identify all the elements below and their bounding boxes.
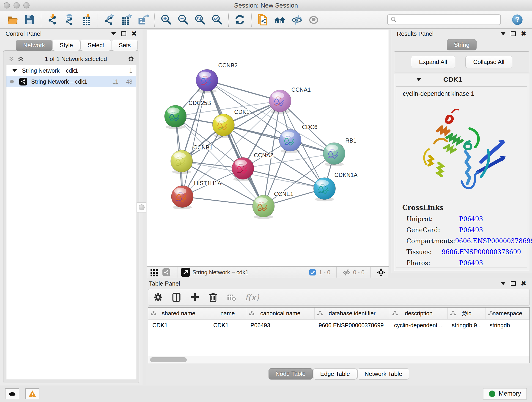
tab-edge-table[interactable]: Edge Table — [313, 368, 357, 380]
collapse-all-button[interactable]: Collapse All — [465, 56, 513, 68]
zoom-selected-button[interactable] — [210, 12, 224, 27]
tab-string-results[interactable]: String — [447, 39, 476, 51]
open-session-button[interactable] — [5, 12, 20, 27]
collection-expand-icon[interactable] — [12, 69, 17, 72]
float-panel-icon[interactable] — [121, 31, 126, 36]
column-header-canonical-name[interactable]: canonical name — [246, 307, 315, 319]
cell-id[interactable]: stringdb:9... — [448, 319, 486, 331]
import-network-from-file-button[interactable] — [45, 12, 60, 27]
cell-name[interactable]: CDK1 — [209, 319, 246, 331]
network-options-gear-icon[interactable] — [128, 56, 134, 62]
tab-network-table[interactable]: Network Table — [357, 368, 409, 380]
column-header-name[interactable]: name — [209, 307, 246, 319]
horizontal-scrollbar[interactable] — [148, 356, 530, 363]
crosslink-genecard-link[interactable]: P06493 — [459, 226, 483, 234]
scrollbar-thumb[interactable] — [150, 357, 187, 362]
crosslink-uniprot-link[interactable]: P06493 — [459, 216, 483, 223]
close-panel-icon[interactable]: ✖ — [521, 281, 526, 286]
zoom-out-button[interactable] — [176, 12, 190, 27]
search-input[interactable] — [387, 14, 501, 25]
birdseye-view-icon[interactable] — [377, 268, 385, 277]
crosslink-compartments-link[interactable]: 9606.ENSP00000378699 — [455, 237, 532, 245]
detach-view-icon[interactable] — [181, 268, 190, 277]
zoom-window-button[interactable] — [23, 2, 30, 8]
warnings-button[interactable] — [25, 388, 39, 399]
collapse-panel-icon[interactable] — [500, 32, 506, 35]
network-node-HIST1H1A[interactable]: HIST1H1A — [171, 180, 221, 210]
expand-all-networks-icon[interactable] — [18, 56, 24, 62]
network-node-CDC6[interactable]: CDC6 — [279, 124, 317, 153]
minimize-window-button[interactable] — [13, 2, 20, 8]
tab-network[interactable]: Network — [16, 40, 52, 51]
cell-namespace[interactable]: stringdb — [486, 319, 530, 331]
column-header-namespace[interactable]: namespace — [486, 307, 530, 319]
collapse-panel-icon[interactable] — [500, 282, 506, 285]
export-network-button[interactable] — [102, 12, 117, 27]
network-node-CDKN1A[interactable]: CDKN1A — [314, 172, 358, 201]
zoom-in-button[interactable] — [159, 12, 173, 27]
refresh-button[interactable] — [233, 12, 247, 27]
network-collection-row[interactable]: String Network – cdk1 1 — [6, 65, 136, 76]
left-splitter-grip[interactable] — [137, 202, 147, 212]
tab-select[interactable]: Select — [80, 40, 111, 51]
column-header-description[interactable]: description — [390, 307, 448, 319]
network-edge[interactable] — [207, 80, 280, 101]
create-column-plus-icon[interactable] — [190, 293, 200, 302]
network-graph[interactable]: CCNB2CCNA1CDC25BCDK1CDC6RB1CCNB1CCNA2CDK… — [147, 30, 389, 266]
crosslink-label: Pharos: — [406, 259, 459, 267]
show-columns-icon[interactable] — [172, 293, 181, 302]
gene-section-header[interactable]: CDK1 — [394, 74, 529, 85]
zoom-fit-button[interactable] — [193, 12, 207, 27]
column-header-shared-name[interactable]: shared name — [148, 307, 209, 319]
tab-style[interactable]: Style — [52, 40, 80, 51]
collapse-panel-icon[interactable] — [111, 32, 116, 35]
hidden-eye-icon[interactable] — [342, 268, 350, 276]
float-panel-icon[interactable] — [511, 31, 516, 36]
close-panel-icon[interactable]: ✖ — [131, 31, 137, 36]
show-glass-eye-button[interactable] — [306, 12, 321, 27]
protein-structure-image — [412, 103, 511, 200]
expand-all-button[interactable]: Expand All — [411, 56, 455, 68]
grid-view-icon[interactable] — [150, 268, 158, 276]
network-node-RB1[interactable]: RB1 — [323, 137, 356, 166]
network-edge[interactable] — [223, 125, 334, 153]
network-edge[interactable] — [182, 197, 264, 206]
close-panel-icon[interactable]: ✖ — [521, 31, 526, 36]
selected-checkbox-icon[interactable] — [309, 269, 316, 276]
crosslink-pharos-link[interactable]: P06493 — [459, 259, 483, 267]
help-button[interactable]: ? — [510, 12, 525, 27]
import-table-button[interactable] — [79, 12, 94, 27]
network-edge[interactable] — [207, 80, 264, 206]
cell-description[interactable]: cyclin-dependent ... — [390, 319, 448, 331]
string-import-button[interactable] — [255, 12, 270, 27]
network-canvas[interactable]: CCNB2CCNA1CDC25BCDK1CDC6RB1CCNB1CCNA2CDK… — [147, 30, 389, 267]
memory-button[interactable]: Memory — [483, 388, 527, 400]
cell-database-identifier[interactable]: 9606.ENSP00000378699 — [315, 319, 390, 331]
network-node-CCNB1[interactable]: CCNB1 — [171, 144, 213, 174]
hide-glass-eye-button[interactable] — [289, 12, 304, 27]
table-options-gear-icon[interactable] — [153, 293, 163, 302]
table-row[interactable]: CDK1 CDK1 P06493 9606.ENSP00000378699 cy… — [148, 319, 530, 331]
network-node-CCNA1[interactable]: CCNA1 — [269, 86, 311, 114]
save-session-button[interactable] — [22, 12, 37, 27]
cloud-status-button[interactable] — [5, 388, 19, 399]
close-window-button[interactable] — [4, 2, 10, 8]
network-row-selected[interactable]: String Network – cdk1 11 48 — [6, 76, 136, 87]
tab-sets[interactable]: Sets — [112, 40, 138, 51]
network-edge[interactable] — [182, 80, 207, 197]
column-header-database-identifier[interactable]: database identifier — [315, 307, 390, 319]
delete-column-trash-icon[interactable] — [208, 293, 218, 302]
export-table-button[interactable] — [119, 12, 133, 27]
cell-shared-name[interactable]: CDK1 — [148, 319, 209, 331]
network-node-CCNB2[interactable]: CCNB2 — [196, 62, 238, 93]
crosslink-tissues-link[interactable]: 9606.ENSP00000378699 — [442, 249, 521, 255]
float-panel-icon[interactable] — [511, 281, 516, 286]
column-header-id[interactable]: @id — [448, 307, 486, 319]
import-network-from-database-button[interactable] — [62, 12, 77, 27]
export-image-button[interactable] — [136, 12, 151, 27]
cell-canonical-name[interactable]: P06493 — [246, 319, 315, 331]
string-home-button[interactable] — [272, 12, 287, 27]
tab-node-table[interactable]: Node Table — [268, 368, 313, 380]
section-collapse-icon[interactable] — [416, 78, 421, 81]
collapse-all-networks-icon[interactable] — [8, 56, 14, 62]
